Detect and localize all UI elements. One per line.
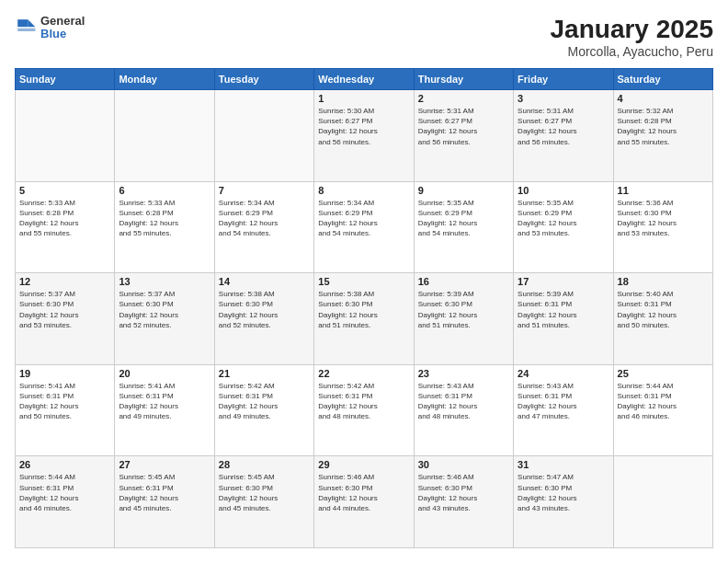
cell-w5-d2: 27Sunrise: 5:45 AM Sunset: 6:31 PM Dayli… xyxy=(115,456,214,548)
cell-w1-d1 xyxy=(16,90,115,182)
day-info: Sunrise: 5:42 AM Sunset: 6:31 PM Dayligh… xyxy=(219,381,310,422)
day-info: Sunrise: 5:45 AM Sunset: 6:31 PM Dayligh… xyxy=(119,472,210,513)
day-info: Sunrise: 5:40 AM Sunset: 6:31 PM Dayligh… xyxy=(618,289,709,330)
cell-w5-d5: 30Sunrise: 5:46 AM Sunset: 6:30 PM Dayli… xyxy=(414,456,513,548)
cell-w5-d6: 31Sunrise: 5:47 AM Sunset: 6:30 PM Dayli… xyxy=(514,456,613,548)
cell-w3-d6: 17Sunrise: 5:39 AM Sunset: 6:31 PM Dayli… xyxy=(514,273,613,365)
day-number: 23 xyxy=(418,368,509,379)
day-number: 31 xyxy=(518,459,609,470)
cell-w4-d3: 21Sunrise: 5:42 AM Sunset: 6:31 PM Dayli… xyxy=(214,364,313,456)
cell-w4-d4: 22Sunrise: 5:42 AM Sunset: 6:31 PM Dayli… xyxy=(314,364,414,456)
logo-line1: General xyxy=(40,15,85,28)
day-info: Sunrise: 5:38 AM Sunset: 6:30 PM Dayligh… xyxy=(318,289,409,330)
col-wednesday: Wednesday xyxy=(314,69,414,90)
col-saturday: Saturday xyxy=(613,69,712,90)
day-info: Sunrise: 5:37 AM Sunset: 6:30 PM Dayligh… xyxy=(119,289,210,330)
day-number: 28 xyxy=(219,459,310,470)
day-info: Sunrise: 5:31 AM Sunset: 6:27 PM Dayligh… xyxy=(418,106,509,147)
cell-w3-d1: 12Sunrise: 5:37 AM Sunset: 6:30 PM Dayli… xyxy=(16,273,115,365)
day-number: 11 xyxy=(618,185,709,196)
day-number: 21 xyxy=(219,368,310,379)
day-number: 18 xyxy=(618,276,709,287)
col-thursday: Thursday xyxy=(414,69,513,90)
week-row-5: 26Sunrise: 5:44 AM Sunset: 6:31 PM Dayli… xyxy=(16,456,713,548)
day-number: 9 xyxy=(418,185,509,196)
day-info: Sunrise: 5:33 AM Sunset: 6:28 PM Dayligh… xyxy=(19,198,110,239)
day-number: 15 xyxy=(318,276,409,287)
day-info: Sunrise: 5:41 AM Sunset: 6:31 PM Dayligh… xyxy=(119,381,210,422)
day-info: Sunrise: 5:42 AM Sunset: 6:31 PM Dayligh… xyxy=(318,381,409,422)
day-number: 27 xyxy=(119,459,210,470)
week-row-4: 19Sunrise: 5:41 AM Sunset: 6:31 PM Dayli… xyxy=(16,364,713,456)
cell-w3-d7: 18Sunrise: 5:40 AM Sunset: 6:31 PM Dayli… xyxy=(613,273,712,365)
day-number: 29 xyxy=(318,459,409,470)
day-info: Sunrise: 5:34 AM Sunset: 6:29 PM Dayligh… xyxy=(318,198,409,239)
day-info: Sunrise: 5:43 AM Sunset: 6:31 PM Dayligh… xyxy=(518,381,609,422)
day-number: 10 xyxy=(518,185,609,196)
calendar-subtitle: Morcolla, Ayacucho, Peru xyxy=(551,44,713,59)
cell-w3-d3: 14Sunrise: 5:38 AM Sunset: 6:30 PM Dayli… xyxy=(214,273,313,365)
cell-w2-d3: 7Sunrise: 5:34 AM Sunset: 6:29 PM Daylig… xyxy=(214,181,313,273)
cell-w5-d3: 28Sunrise: 5:45 AM Sunset: 6:30 PM Dayli… xyxy=(214,456,313,548)
cell-w4-d2: 20Sunrise: 5:41 AM Sunset: 6:31 PM Dayli… xyxy=(115,364,214,456)
day-number: 6 xyxy=(119,185,210,196)
day-number: 19 xyxy=(19,368,110,379)
col-monday: Monday xyxy=(115,69,214,90)
day-info: Sunrise: 5:46 AM Sunset: 6:30 PM Dayligh… xyxy=(418,472,509,513)
cell-w3-d5: 16Sunrise: 5:39 AM Sunset: 6:30 PM Dayli… xyxy=(414,273,513,365)
header: General Blue January 2025 Morcolla, Ayac… xyxy=(15,15,713,59)
calendar-table: Sunday Monday Tuesday Wednesday Thursday… xyxy=(15,68,713,548)
title-block: January 2025 Morcolla, Ayacucho, Peru xyxy=(551,15,713,59)
day-info: Sunrise: 5:46 AM Sunset: 6:30 PM Dayligh… xyxy=(318,472,409,513)
day-info: Sunrise: 5:43 AM Sunset: 6:31 PM Dayligh… xyxy=(418,381,509,422)
day-number: 22 xyxy=(318,368,409,379)
day-info: Sunrise: 5:44 AM Sunset: 6:31 PM Dayligh… xyxy=(618,381,709,422)
cell-w4-d1: 19Sunrise: 5:41 AM Sunset: 6:31 PM Dayli… xyxy=(16,364,115,456)
svg-rect-2 xyxy=(17,29,35,31)
cell-w1-d7: 4Sunrise: 5:32 AM Sunset: 6:28 PM Daylig… xyxy=(613,90,712,182)
day-number: 30 xyxy=(418,459,509,470)
col-tuesday: Tuesday xyxy=(214,69,313,90)
cell-w1-d3 xyxy=(214,90,313,182)
header-row: Sunday Monday Tuesday Wednesday Thursday… xyxy=(16,69,713,90)
cell-w1-d6: 3Sunrise: 5:31 AM Sunset: 6:27 PM Daylig… xyxy=(514,90,613,182)
day-number: 5 xyxy=(19,185,110,196)
cell-w5-d7 xyxy=(613,456,712,548)
week-row-2: 5Sunrise: 5:33 AM Sunset: 6:28 PM Daylig… xyxy=(16,181,713,273)
day-number: 12 xyxy=(19,276,110,287)
day-info: Sunrise: 5:47 AM Sunset: 6:30 PM Dayligh… xyxy=(518,472,609,513)
day-info: Sunrise: 5:44 AM Sunset: 6:31 PM Dayligh… xyxy=(19,472,110,513)
day-info: Sunrise: 5:37 AM Sunset: 6:30 PM Dayligh… xyxy=(19,289,110,330)
day-number: 8 xyxy=(318,185,409,196)
day-number: 26 xyxy=(19,459,110,470)
cell-w2-d4: 8Sunrise: 5:34 AM Sunset: 6:29 PM Daylig… xyxy=(314,181,414,273)
day-number: 17 xyxy=(518,276,609,287)
day-number: 25 xyxy=(618,368,709,379)
day-info: Sunrise: 5:39 AM Sunset: 6:30 PM Dayligh… xyxy=(418,289,509,330)
cell-w2-d6: 10Sunrise: 5:35 AM Sunset: 6:29 PM Dayli… xyxy=(514,181,613,273)
cell-w5-d1: 26Sunrise: 5:44 AM Sunset: 6:31 PM Dayli… xyxy=(16,456,115,548)
cell-w3-d4: 15Sunrise: 5:38 AM Sunset: 6:30 PM Dayli… xyxy=(314,273,414,365)
day-info: Sunrise: 5:35 AM Sunset: 6:29 PM Dayligh… xyxy=(518,198,609,239)
day-number: 7 xyxy=(219,185,310,196)
day-number: 14 xyxy=(219,276,310,287)
page: General Blue January 2025 Morcolla, Ayac… xyxy=(0,0,728,563)
day-info: Sunrise: 5:31 AM Sunset: 6:27 PM Dayligh… xyxy=(518,106,609,147)
day-info: Sunrise: 5:38 AM Sunset: 6:30 PM Dayligh… xyxy=(219,289,310,330)
day-info: Sunrise: 5:36 AM Sunset: 6:30 PM Dayligh… xyxy=(618,198,709,239)
cell-w2-d1: 5Sunrise: 5:33 AM Sunset: 6:28 PM Daylig… xyxy=(16,181,115,273)
day-number: 2 xyxy=(418,93,509,104)
logo: General Blue xyxy=(15,15,85,41)
day-info: Sunrise: 5:32 AM Sunset: 6:28 PM Dayligh… xyxy=(618,106,709,147)
cell-w1-d2 xyxy=(115,90,214,182)
cell-w1-d4: 1Sunrise: 5:30 AM Sunset: 6:27 PM Daylig… xyxy=(314,90,414,182)
logo-line2: Blue xyxy=(40,28,85,40)
cell-w5-d4: 29Sunrise: 5:46 AM Sunset: 6:30 PM Dayli… xyxy=(314,456,414,548)
svg-marker-0 xyxy=(28,19,35,27)
calendar-title: January 2025 xyxy=(551,15,713,44)
day-number: 16 xyxy=(418,276,509,287)
day-info: Sunrise: 5:45 AM Sunset: 6:30 PM Dayligh… xyxy=(219,472,310,513)
week-row-3: 12Sunrise: 5:37 AM Sunset: 6:30 PM Dayli… xyxy=(16,273,713,365)
day-info: Sunrise: 5:30 AM Sunset: 6:27 PM Dayligh… xyxy=(318,106,409,147)
day-number: 13 xyxy=(119,276,210,287)
